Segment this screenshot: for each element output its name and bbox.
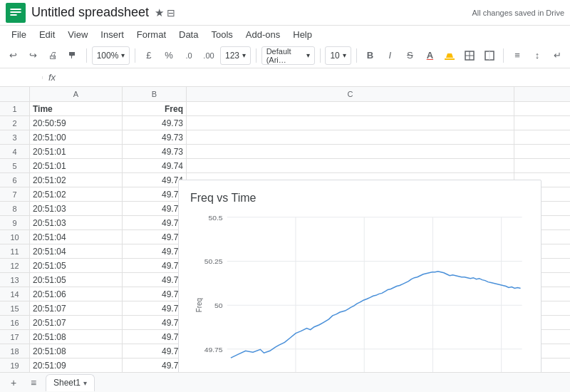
row-number: 7 xyxy=(0,187,30,201)
cell-freq[interactable]: 49.73 xyxy=(123,116,187,130)
sheet-tab-arrow: ▾ xyxy=(83,379,87,387)
chart-area: 50.5 50.25 50 49.75 49.5 20:55:00 21:00:… xyxy=(190,210,529,372)
list-sheets-button[interactable]: ≡ xyxy=(26,375,41,391)
font-select[interactable]: Default (Ari…▾ xyxy=(261,46,315,65)
cell-time[interactable]: 20:51:04 xyxy=(30,244,123,258)
cell-time[interactable]: 20:51:02 xyxy=(30,187,123,201)
cell-time[interactable]: 20:51:01 xyxy=(30,159,123,172)
table-row: 220:50:5949.73 xyxy=(0,116,570,130)
cell-c[interactable] xyxy=(187,102,514,115)
cell-c[interactable] xyxy=(187,116,514,130)
strikethrough-button[interactable]: S xyxy=(401,46,418,65)
drive-icon[interactable]: ⊟ xyxy=(167,7,175,19)
header-cell-freq[interactable]: Freq xyxy=(123,102,187,115)
fontsize-select[interactable]: 10▾ xyxy=(325,46,351,65)
cell-freq[interactable]: 49.74 xyxy=(123,159,187,172)
cell-time[interactable]: 20:50:59 xyxy=(30,116,123,130)
cell-freq[interactable]: 49.74 xyxy=(123,202,187,215)
undo-button[interactable]: ↩ xyxy=(4,46,21,65)
cell-time[interactable]: 20:51:05 xyxy=(30,273,123,287)
menu-item-format[interactable]: Format xyxy=(131,28,172,41)
menu-item-insert[interactable]: Insert xyxy=(95,28,130,41)
doc-title[interactable]: Untitled spreadsheet xyxy=(31,5,149,20)
zoom-select[interactable]: 100%▾ xyxy=(92,46,130,65)
row-number: 15 xyxy=(0,301,30,315)
decimal0-button[interactable]: .0 xyxy=(180,46,197,65)
cell-time[interactable]: 20:51:07 xyxy=(30,316,123,329)
borders-button[interactable] xyxy=(461,46,478,65)
paint-format-button[interactable] xyxy=(64,46,81,65)
cell-time[interactable]: 20:51:07 xyxy=(30,301,123,315)
col-header-b[interactable]: B xyxy=(123,87,187,101)
separator xyxy=(503,48,504,63)
cell-time[interactable]: 20:51:01 xyxy=(30,145,123,158)
cell-freq[interactable]: 49.74 xyxy=(123,316,187,329)
menu-item-add-ons[interactable]: Add-ons xyxy=(240,28,286,41)
toolbar: ↩ ↪ 🖨 100%▾ £ % .0 .00 123▾ Default (Ari… xyxy=(0,43,570,68)
cell-freq[interactable]: 49.74 xyxy=(123,244,187,258)
bold-button[interactable]: B xyxy=(361,46,378,65)
redo-button[interactable]: ↪ xyxy=(24,46,41,65)
cell-freq[interactable]: 49.74 xyxy=(123,344,187,358)
format-select[interactable]: 123▾ xyxy=(220,46,251,65)
cell-freq[interactable]: 49.74 xyxy=(123,230,187,244)
cell-time[interactable]: 20:51:06 xyxy=(30,287,123,301)
col-header-c[interactable]: C xyxy=(187,87,514,101)
cell-freq[interactable]: 49.74 xyxy=(123,273,187,287)
fill-color-button[interactable] xyxy=(441,46,458,65)
formula-input[interactable] xyxy=(61,76,570,79)
italic-button[interactable]: I xyxy=(381,46,398,65)
cell-c[interactable] xyxy=(187,145,514,158)
menu-item-tools[interactable]: Tools xyxy=(205,28,238,41)
font-color-button[interactable]: A xyxy=(421,46,438,65)
cell-freq[interactable]: 49.74 xyxy=(123,187,187,201)
cell-time[interactable]: 20:51:08 xyxy=(30,330,123,344)
cell-time[interactable]: 20:51:02 xyxy=(30,173,123,187)
currency-button[interactable]: £ xyxy=(140,46,157,65)
cell-time[interactable]: 20:51:08 xyxy=(30,344,123,358)
valign-button[interactable]: ↕ xyxy=(529,46,546,65)
tab-bar: + ≡ Sheet1 ▾ xyxy=(0,372,570,392)
decimal00-button[interactable]: .00 xyxy=(200,46,217,65)
sheet1-tab[interactable]: Sheet1 ▾ xyxy=(46,374,95,391)
percent-button[interactable]: % xyxy=(160,46,177,65)
cell-freq[interactable]: 49.73 xyxy=(123,130,187,144)
separator xyxy=(356,48,357,63)
cell-freq[interactable]: 49.74 xyxy=(123,259,187,272)
menu-item-data[interactable]: Data xyxy=(173,28,204,41)
cloud-save-text: All changes saved in Drive xyxy=(472,9,564,17)
cell-time[interactable]: 20:51:09 xyxy=(30,359,123,372)
cell-c[interactable] xyxy=(187,159,514,172)
add-sheet-button[interactable]: + xyxy=(6,375,21,391)
merge-button[interactable] xyxy=(481,46,498,65)
header-cell-time[interactable]: Time xyxy=(30,102,123,115)
cell-c[interactable] xyxy=(187,130,514,144)
cell-freq[interactable]: 49.74 xyxy=(123,173,187,187)
menu-item-file[interactable]: File xyxy=(6,28,32,41)
menu-item-edit[interactable]: Edit xyxy=(33,28,61,41)
cell-freq[interactable]: 49.73 xyxy=(123,145,187,158)
cell-time[interactable]: 20:51:04 xyxy=(30,230,123,244)
menu-item-help[interactable]: Help xyxy=(287,28,318,41)
wrap-button[interactable]: ↵ xyxy=(549,46,566,65)
cell-reference[interactable] xyxy=(0,76,43,79)
cell-time[interactable]: 20:51:03 xyxy=(30,202,123,215)
cell-time[interactable]: 20:51:05 xyxy=(30,259,123,272)
menu-item-view[interactable]: View xyxy=(62,28,93,41)
chart-container[interactable]: Freq vs Time 50.5 50.25 50 49.75 49.5 xyxy=(178,180,542,372)
col-header-a[interactable]: A xyxy=(30,87,123,101)
cell-freq[interactable]: 49.74 xyxy=(123,216,187,229)
cell-time[interactable]: 20:51:03 xyxy=(30,216,123,229)
cell-freq[interactable]: 49.74 xyxy=(123,359,187,372)
cell-freq[interactable]: 49.74 xyxy=(123,330,187,344)
cell-time[interactable]: 20:51:00 xyxy=(30,130,123,144)
svg-text:50.5: 50.5 xyxy=(208,214,223,222)
halign-button[interactable]: ≡ xyxy=(509,46,526,65)
row-number: 9 xyxy=(0,216,30,229)
cell-freq[interactable]: 49.74 xyxy=(123,301,187,315)
print-button[interactable]: 🖨 xyxy=(44,46,61,65)
separator xyxy=(135,48,135,63)
star-icon[interactable]: ★ xyxy=(155,6,164,19)
table-row: 1TimeFreq xyxy=(0,102,570,116)
cell-freq[interactable]: 49.74 xyxy=(123,287,187,301)
